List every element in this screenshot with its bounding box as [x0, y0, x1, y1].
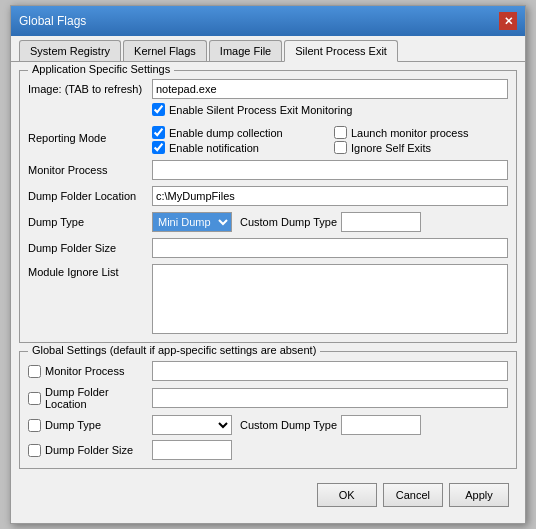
dump-folder-size-label: Dump Folder Size [28, 242, 148, 254]
apply-button[interactable]: Apply [449, 483, 509, 507]
dump-type-select[interactable]: Mini Dump Full Dump Triage Dump [152, 212, 232, 232]
dump-type-wrapper: Mini Dump Full Dump Triage Dump Custom D… [152, 212, 421, 232]
monitor-process-label: Monitor Process [28, 164, 148, 176]
global-dump-type-select[interactable]: Mini Dump Full Dump [152, 415, 232, 435]
reporting-mode-label: Reporting Mode [28, 132, 148, 144]
reporting-mode-row: Reporting Mode Enable dump collection La… [28, 122, 508, 154]
global-dump-size-input[interactable] [152, 440, 232, 460]
global-monitor-row: Monitor Process [28, 361, 508, 381]
global-flags-window: Global Flags ✕ System Registry Kernel Fl… [10, 5, 526, 524]
global-dump-folder-label: Dump Folder Location [28, 386, 148, 410]
global-monitor-input[interactable] [152, 361, 508, 381]
global-custom-dump-input[interactable] [341, 415, 421, 435]
button-bar: OK Cancel Apply [19, 477, 517, 515]
global-dump-folder-input[interactable] [152, 388, 508, 408]
global-dump-type-wrapper: Mini Dump Full Dump Custom Dump Type [152, 415, 421, 435]
dump-type-label: Dump Type [28, 216, 148, 228]
tab-image-file[interactable]: Image File [209, 40, 282, 61]
tab-bar: System Registry Kernel Flags Image File … [11, 36, 525, 62]
app-specific-group: Application Specific Settings Image: (TA… [19, 70, 517, 343]
reporting-opt-2: Enable notification [152, 141, 326, 154]
reporting-label-2: Enable notification [169, 142, 259, 154]
reporting-cb-3[interactable] [334, 141, 347, 154]
ok-button[interactable]: OK [317, 483, 377, 507]
module-ignore-label: Module Ignore List [28, 266, 148, 278]
reporting-cb-0[interactable] [152, 126, 165, 139]
custom-dump-type-label-app: Custom Dump Type [240, 216, 337, 228]
image-row: Image: (TAB to refresh) [28, 79, 508, 99]
monitor-process-row: Monitor Process [28, 160, 508, 180]
dump-type-row: Dump Type Mini Dump Full Dump Triage Dum… [28, 212, 508, 232]
tab-kernel-flags[interactable]: Kernel Flags [123, 40, 207, 61]
monitor-process-input[interactable] [152, 160, 508, 180]
global-settings-group: Global Settings (default if app-specific… [19, 351, 517, 469]
reporting-cb-2[interactable] [152, 141, 165, 154]
reporting-label-1: Launch monitor process [351, 127, 468, 139]
reporting-label-0: Enable dump collection [169, 127, 283, 139]
image-input[interactable] [152, 79, 508, 99]
global-dump-type-label: Dump Type [28, 419, 148, 432]
global-dump-folder-text: Dump Folder Location [45, 386, 148, 410]
enable-spe-row: Enable Silent Process Exit Monitoring [152, 103, 508, 116]
global-dump-type-cb[interactable] [28, 419, 41, 432]
global-monitor-cb[interactable] [28, 365, 41, 378]
global-dump-size-text: Dump Folder Size [45, 444, 133, 456]
reporting-opt-1: Launch monitor process [334, 126, 508, 139]
global-dump-folder-row: Dump Folder Location [28, 386, 508, 410]
reporting-opt-3: Ignore Self Exits [334, 141, 508, 154]
global-dump-folder-cb[interactable] [28, 392, 41, 405]
global-custom-dump-label: Custom Dump Type [240, 419, 337, 431]
global-dump-type-row: Dump Type Mini Dump Full Dump Custom Dum… [28, 415, 508, 435]
image-label: Image: (TAB to refresh) [28, 83, 148, 95]
global-dump-size-row: Dump Folder Size [28, 440, 508, 460]
app-specific-label: Application Specific Settings [28, 63, 174, 75]
dump-folder-label: Dump Folder Location [28, 190, 148, 202]
cancel-button[interactable]: Cancel [383, 483, 443, 507]
tab-system-registry[interactable]: System Registry [19, 40, 121, 61]
module-ignore-textarea[interactable] [152, 264, 508, 334]
global-monitor-text: Monitor Process [45, 365, 124, 377]
enable-spe-checkbox[interactable] [152, 103, 165, 116]
enable-spe-label: Enable Silent Process Exit Monitoring [169, 104, 352, 116]
reporting-cb-1[interactable] [334, 126, 347, 139]
dump-folder-input[interactable] [152, 186, 508, 206]
tab-silent-process-exit[interactable]: Silent Process Exit [284, 40, 398, 62]
dump-folder-row: Dump Folder Location [28, 186, 508, 206]
global-dump-size-cb[interactable] [28, 444, 41, 457]
custom-dump-type-input-app[interactable] [341, 212, 421, 232]
global-dump-type-text: Dump Type [45, 419, 101, 431]
window-title: Global Flags [19, 14, 86, 28]
close-button[interactable]: ✕ [499, 12, 517, 30]
global-dump-size-label: Dump Folder Size [28, 444, 148, 457]
reporting-label-3: Ignore Self Exits [351, 142, 431, 154]
reporting-opt-0: Enable dump collection [152, 126, 326, 139]
reporting-options: Enable dump collection Launch monitor pr… [152, 126, 508, 154]
global-monitor-label: Monitor Process [28, 365, 148, 378]
dump-folder-size-input[interactable] [152, 238, 508, 258]
module-ignore-row: Module Ignore List [28, 264, 508, 334]
dump-folder-size-row: Dump Folder Size [28, 238, 508, 258]
global-settings-label: Global Settings (default if app-specific… [28, 344, 320, 356]
content-area: Application Specific Settings Image: (TA… [11, 62, 525, 523]
title-bar: Global Flags ✕ [11, 6, 525, 36]
